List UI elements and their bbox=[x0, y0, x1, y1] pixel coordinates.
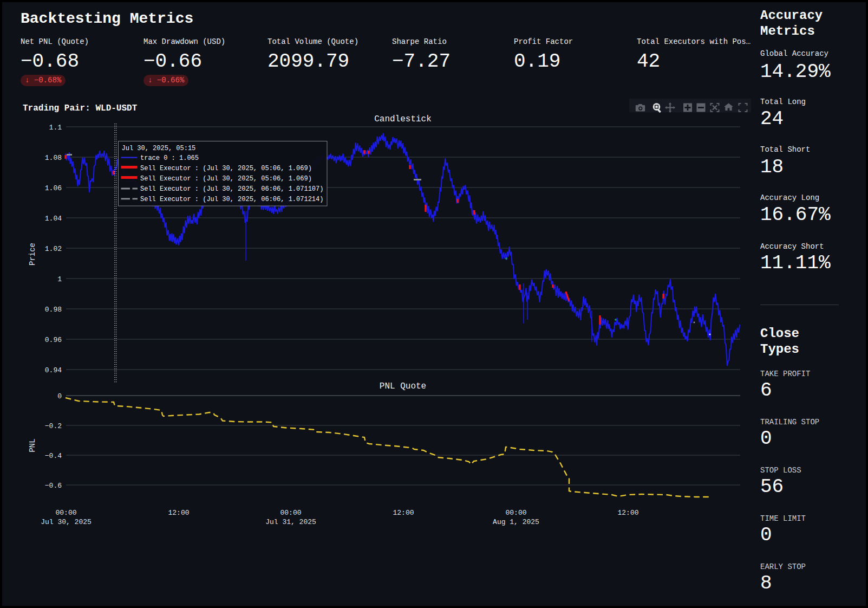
svg-text:Sell Executor : (Jul 30, 2025,: Sell Executor : (Jul 30, 2025, 05:06, 1.… bbox=[140, 165, 312, 172]
svg-text:1.08: 1.08 bbox=[45, 154, 62, 162]
svg-text:00:00: 00:00 bbox=[55, 509, 76, 517]
svg-text:trace 0 : 1.065: trace 0 : 1.065 bbox=[140, 154, 199, 162]
svg-text:12:00: 12:00 bbox=[617, 509, 638, 517]
svg-text:00:00: 00:00 bbox=[280, 509, 301, 517]
svg-text:PNL Quote: PNL Quote bbox=[380, 381, 426, 391]
svg-text:1.04: 1.04 bbox=[45, 215, 62, 223]
svg-text:1.1: 1.1 bbox=[49, 124, 62, 132]
svg-text:−0.6: −0.6 bbox=[45, 482, 62, 490]
svg-text:0.96: 0.96 bbox=[45, 336, 62, 344]
svg-text:PNL: PNL bbox=[28, 438, 37, 452]
svg-text:00:00: 00:00 bbox=[505, 509, 526, 517]
svg-text:−0.4: −0.4 bbox=[45, 452, 62, 460]
svg-text:−0.2: −0.2 bbox=[45, 422, 62, 430]
svg-text:Jul 30, 2025, 05:15: Jul 30, 2025, 05:15 bbox=[122, 145, 196, 152]
svg-text:12:00: 12:00 bbox=[393, 509, 414, 517]
svg-text:Sell Executor : (Jul 30, 2025,: Sell Executor : (Jul 30, 2025, 06:06, 1.… bbox=[140, 185, 323, 193]
svg-text:12:00: 12:00 bbox=[168, 509, 189, 517]
svg-text:0: 0 bbox=[57, 392, 62, 400]
svg-text:1: 1 bbox=[57, 275, 62, 283]
svg-text:1.02: 1.02 bbox=[45, 245, 62, 253]
svg-text:1.06: 1.06 bbox=[45, 184, 62, 192]
svg-text:Price: Price bbox=[28, 243, 37, 266]
svg-text:Candlestick: Candlestick bbox=[374, 114, 432, 124]
svg-text:0.98: 0.98 bbox=[45, 306, 62, 314]
svg-text:0.94: 0.94 bbox=[45, 366, 62, 374]
svg-text:Sell Executor : (Jul 30, 2025,: Sell Executor : (Jul 30, 2025, 06:06, 1.… bbox=[140, 196, 323, 203]
svg-text:Jul 31, 2025: Jul 31, 2025 bbox=[265, 518, 316, 526]
svg-text:Sell Executor : (Jul 30, 2025,: Sell Executor : (Jul 30, 2025, 05:06, 1.… bbox=[140, 175, 312, 183]
svg-text:Jul 30, 2025: Jul 30, 2025 bbox=[41, 518, 92, 526]
svg-text:Aug 1, 2025: Aug 1, 2025 bbox=[493, 518, 539, 526]
